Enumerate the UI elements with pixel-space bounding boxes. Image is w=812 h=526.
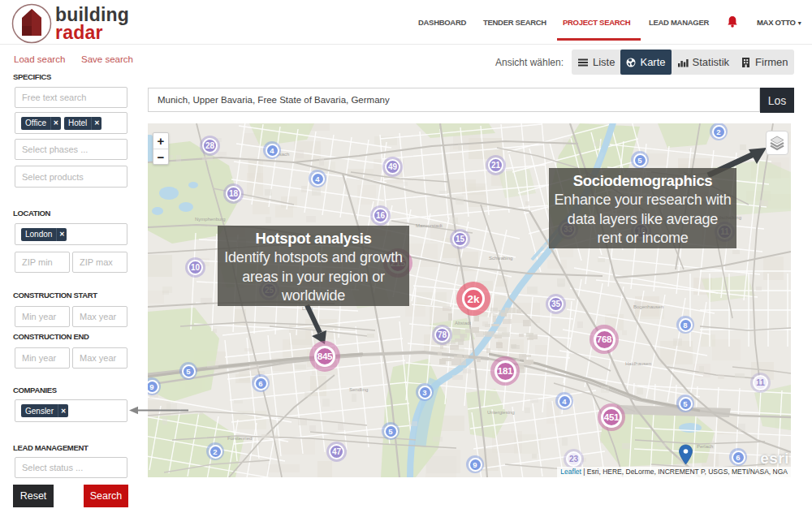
svg-text:Maxvorstadt: Maxvorstadt xyxy=(416,223,443,228)
svg-text:Haidhausen: Haidhausen xyxy=(625,361,651,366)
svg-text:Sendling: Sendling xyxy=(349,387,368,392)
svg-text:Schwabing: Schwabing xyxy=(489,256,512,261)
svg-text:Altstadt: Altstadt xyxy=(455,321,471,326)
svg-text:Untergiesing: Untergiesing xyxy=(487,410,515,415)
svg-text:Bogenhausen: Bogenhausen xyxy=(633,304,663,309)
svg-text:Perlach: Perlach xyxy=(697,444,713,449)
svg-text:Forstenried: Forstenried xyxy=(227,436,252,441)
svg-text:Nymphenburg: Nymphenburg xyxy=(195,217,226,222)
